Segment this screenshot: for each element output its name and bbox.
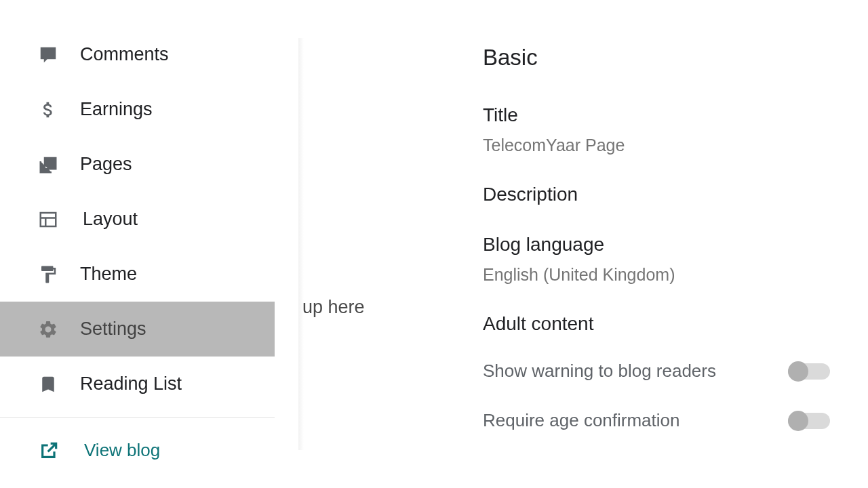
main-content: up here Basic Title TelecomYaar Page Des… [304, 0, 868, 488]
toggle-age-label: Require age confirmation [483, 410, 680, 431]
bookmark-icon [38, 374, 80, 394]
sidebar-item-label: Reading List [80, 373, 182, 394]
toggle-warning-label: Show warning to blog readers [483, 361, 716, 382]
sidebar: Comments Earnings Pages Layout Theme [0, 0, 304, 488]
sidebar-item-label: Layout [83, 209, 138, 230]
theme-icon [38, 264, 80, 285]
view-blog-link[interactable]: View blog [0, 423, 304, 478]
section-heading-basic: Basic [483, 45, 868, 70]
setting-language-value: English (United Kingdom) [483, 265, 868, 285]
view-blog-label: View blog [84, 440, 160, 461]
setting-description-label: Description [483, 184, 868, 205]
gear-icon [38, 319, 80, 340]
sidebar-shadow [298, 38, 304, 450]
sidebar-item-label: Earnings [80, 99, 153, 120]
toggle-row-age: Require age confirmation [483, 410, 868, 431]
pages-icon [38, 155, 80, 175]
toggle-age[interactable] [788, 413, 830, 429]
sidebar-item-earnings[interactable]: Earnings [0, 82, 304, 137]
sidebar-item-reading-list[interactable]: Reading List [0, 357, 304, 411]
sidebar-item-settings[interactable]: Settings [0, 302, 275, 357]
sidebar-item-layout[interactable]: Layout [0, 192, 304, 247]
sidebar-item-label: Pages [80, 154, 132, 175]
setting-title-label: Title [483, 104, 868, 126]
setting-language-label: Blog language [483, 234, 868, 256]
sidebar-item-comments[interactable]: Comments [0, 27, 304, 82]
toggle-warning[interactable] [788, 363, 830, 380]
toggle-thumb [788, 361, 808, 382]
setting-title[interactable]: Title TelecomYaar Page [483, 104, 868, 155]
sub-heading-adult: Adult content [483, 313, 868, 335]
background-text: up here [302, 297, 365, 318]
sidebar-item-label: Comments [80, 44, 169, 65]
sidebar-divider [0, 417, 275, 418]
comments-icon [38, 45, 80, 65]
sidebar-item-label: Theme [80, 264, 137, 285]
toggle-thumb [788, 411, 808, 431]
setting-language[interactable]: Blog language English (United Kingdom) [483, 234, 868, 285]
toggle-row-warning: Show warning to blog readers [483, 361, 868, 382]
sidebar-item-pages[interactable]: Pages [0, 137, 304, 192]
open-external-icon [38, 440, 60, 462]
sidebar-item-label: Settings [80, 319, 146, 340]
setting-title-value: TelecomYaar Page [483, 136, 868, 155]
dollar-icon [38, 100, 80, 120]
sidebar-item-theme[interactable]: Theme [0, 247, 304, 302]
setting-description[interactable]: Description [483, 184, 868, 205]
layout-icon [38, 209, 80, 230]
